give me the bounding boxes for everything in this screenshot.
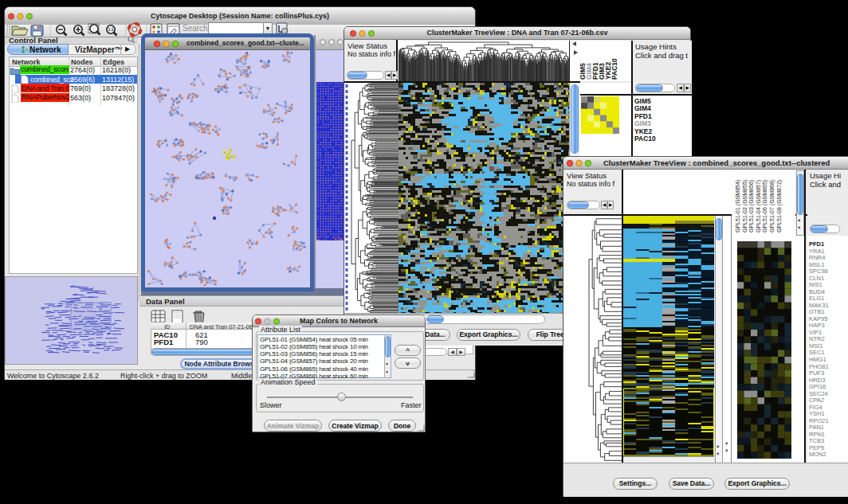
svg-text:GPL51-01 (GSM854): GPL51-01 (GSM854) (735, 180, 741, 232)
svg-text:1:1: 1:1 (108, 27, 113, 32)
svg-text:GPL51-03 (GSM856): GPL51-03 (GSM856) (748, 180, 755, 232)
svg-text:GPL51-06 (GSM865): GPL51-06 (GSM865) (762, 180, 768, 232)
svg-text:PAC10: PAC10 (610, 58, 618, 80)
svg-text:GPL51-07 (GSM868): GPL51-07 (GSM868) (769, 180, 775, 232)
svg-text:GPL51-08 (GSM872): GPL51-08 (GSM872) (776, 180, 783, 232)
svg-text:GPL51-02 (GSM855): GPL51-02 (GSM855) (742, 180, 748, 232)
svg-text:GPL51-04 (GSM857): GPL51-04 (GSM857) (756, 180, 762, 232)
